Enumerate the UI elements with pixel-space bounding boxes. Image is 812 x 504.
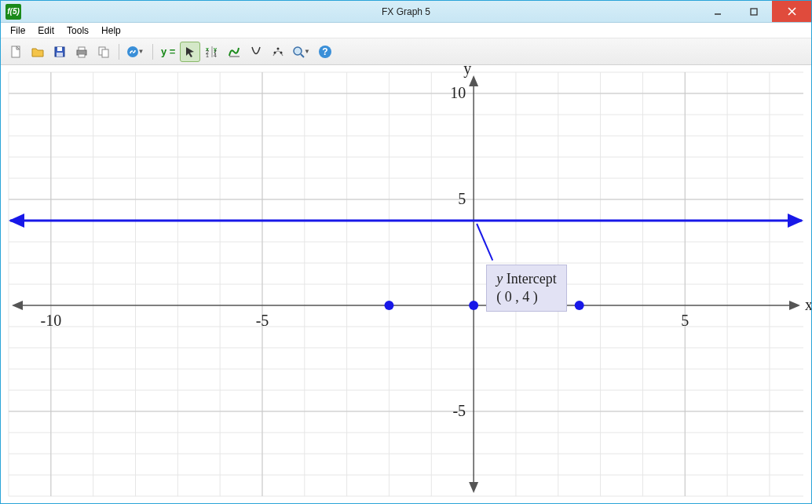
menu-edit[interactable]: Edit	[31, 24, 60, 38]
open-button[interactable]	[27, 42, 48, 62]
svg-text:7: 7	[214, 49, 217, 55]
window-title: FX Graph 5	[1, 6, 811, 17]
svg-rect-12	[102, 49, 108, 57]
curve-tool-button[interactable]	[224, 42, 244, 62]
toolbar-separator	[119, 44, 119, 60]
maximize-button[interactable]	[736, 1, 772, 22]
save-icon	[53, 45, 67, 59]
menu-help[interactable]: Help	[95, 24, 127, 38]
help-icon: ?	[318, 45, 332, 59]
zoom-button[interactable]: ▼	[290, 42, 313, 62]
svg-text:-5: -5	[452, 402, 466, 419]
close-button[interactable]	[772, 1, 811, 22]
parabola-tool-button[interactable]	[246, 42, 266, 62]
annotation-box[interactable]: y Intercept ( 0 , 4 )	[486, 265, 566, 312]
link-button[interactable]: ▼	[124, 42, 148, 62]
svg-rect-7	[57, 53, 63, 57]
print-icon	[75, 45, 89, 59]
svg-rect-9	[79, 47, 85, 50]
help-button[interactable]: ?	[315, 42, 335, 62]
svg-rect-10	[79, 54, 85, 57]
menu-file[interactable]: File	[4, 24, 31, 38]
svg-text:-10: -10	[40, 312, 61, 329]
svg-point-22	[274, 51, 276, 53]
minimize-button[interactable]	[700, 1, 736, 22]
annotation-coords: ( 0 , 4 )	[496, 288, 556, 306]
svg-point-24	[280, 51, 283, 53]
svg-text:5: 5	[458, 190, 466, 207]
chevron-down-icon: ▼	[304, 48, 313, 55]
svg-rect-6	[57, 47, 62, 51]
svg-text:?: ?	[323, 46, 328, 57]
copy-button[interactable]	[93, 42, 114, 62]
copy-icon	[97, 45, 111, 59]
open-folder-icon	[31, 45, 45, 59]
chevron-down-icon: ▼	[138, 48, 147, 55]
svg-rect-1	[751, 9, 757, 15]
menu-tools[interactable]: Tools	[60, 24, 95, 38]
svg-point-25	[294, 47, 302, 55]
graph-canvas[interactable]: yx-10-55-5510 y Intercept ( 0 , 4 )	[1, 65, 811, 503]
new-file-icon	[9, 45, 23, 59]
svg-point-85	[469, 301, 478, 310]
svg-text:x: x	[805, 296, 811, 313]
svg-text:y: y	[463, 65, 471, 78]
parabola-tool-icon	[249, 45, 263, 59]
function-label[interactable]: y =	[158, 46, 178, 57]
annotation-title: y Intercept	[496, 270, 556, 288]
svg-point-13	[127, 46, 138, 57]
select-arrow-icon	[183, 45, 197, 59]
app-icon: f(5)	[5, 4, 21, 20]
svg-text:5: 5	[681, 312, 689, 329]
print-button[interactable]	[71, 42, 92, 62]
svg-point-84	[384, 301, 393, 310]
new-button[interactable]	[5, 42, 26, 62]
svg-text:10: 10	[450, 84, 466, 101]
axes-settings-button[interactable]: x y 1 4 2 7	[202, 42, 222, 62]
window-controls	[700, 1, 811, 22]
menubar: File Edit Tools Help	[1, 23, 811, 38]
svg-point-23	[277, 47, 280, 49]
toolbar: ▼ y = x y 1 4 2 7 ▼ ?	[1, 38, 811, 65]
points-tool-button[interactable]	[268, 42, 288, 62]
save-button[interactable]	[49, 42, 70, 62]
select-tool-button[interactable]	[180, 42, 200, 62]
svg-point-86	[575, 301, 584, 310]
titlebar: f(5) FX Graph 5	[1, 1, 811, 23]
svg-text:-5: -5	[256, 312, 269, 329]
toolbar-separator	[152, 44, 153, 60]
plot-svg: yx-10-55-5510	[1, 65, 811, 503]
axes-settings-icon: x y 1 4 2 7	[204, 45, 220, 59]
curve-tool-icon	[227, 45, 241, 59]
svg-text:2: 2	[206, 49, 209, 55]
points-tool-icon	[271, 45, 285, 59]
